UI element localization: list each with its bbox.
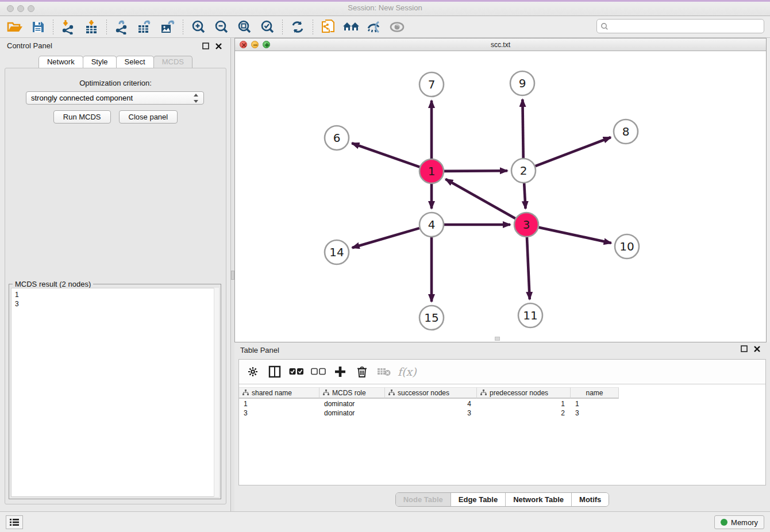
- graph-node-1[interactable]: 1: [419, 159, 444, 183]
- graph-node-label: 8: [622, 125, 630, 138]
- tab-node-table[interactable]: Node Table: [396, 493, 451, 506]
- toolbar-separator: [183, 20, 183, 34]
- function-builder-icon-disabled: f(x): [398, 365, 417, 378]
- optimization-criterion-label: Optimization criterion:: [5, 79, 226, 87]
- graph-node-11[interactable]: 11: [518, 303, 542, 327]
- control-panel-tabs: NetworkStyleSelectMCDS: [0, 56, 230, 68]
- cell-name[interactable]: 1: [571, 400, 619, 409]
- float-panel-icon[interactable]: [202, 42, 210, 49]
- graph-edge-2-8[interactable]: [536, 137, 611, 166]
- graph-edge-3-11[interactable]: [527, 237, 530, 299]
- column-header-label: predecessor nodes: [490, 389, 548, 397]
- close-panel-button[interactable]: Close panel: [119, 110, 178, 124]
- graph-edge-1-2[interactable]: [444, 171, 507, 171]
- graph-edge-3-1[interactable]: [445, 179, 515, 218]
- mcds-result-text[interactable]: 1 3: [11, 288, 219, 497]
- graph-edge-1-6[interactable]: [352, 143, 419, 167]
- zoom-selected-icon[interactable]: [257, 18, 277, 36]
- network-canvas-svg[interactable]: 7968124314101511: [235, 51, 766, 342]
- column-type-icon: [242, 389, 249, 397]
- graph-node-9[interactable]: 9: [510, 71, 534, 95]
- tab-network-table[interactable]: Network Table: [506, 493, 572, 506]
- graph-node-3[interactable]: 3: [514, 213, 538, 237]
- cell-name[interactable]: 3: [571, 409, 619, 418]
- memory-button[interactable]: Memory: [714, 515, 764, 529]
- zoom-in-icon[interactable]: [188, 18, 208, 36]
- graph-node-14[interactable]: 14: [325, 240, 349, 264]
- tab-motifs[interactable]: Motifs: [572, 493, 609, 506]
- table-float-icon[interactable]: [741, 345, 748, 352]
- zoom-fit-icon[interactable]: [234, 18, 254, 36]
- graph-node-2[interactable]: 2: [511, 159, 536, 183]
- search-input[interactable]: [609, 21, 764, 32]
- graph-node-10[interactable]: 10: [615, 234, 639, 259]
- cell-MCDS-role[interactable]: dominator: [319, 409, 385, 418]
- table-close-icon[interactable]: [753, 345, 761, 352]
- network-resize-handle[interactable]: [495, 337, 500, 341]
- select-all-checkboxes-icon[interactable]: [288, 364, 305, 380]
- column-type-icon: [323, 389, 329, 397]
- close-panel-icon[interactable]: [215, 42, 222, 49]
- column-header-predecessor-nodes[interactable]: predecessor nodes: [477, 387, 571, 399]
- delete-columns-icon[interactable]: [354, 364, 370, 380]
- graph-edge-4-14[interactable]: [352, 228, 419, 248]
- tab-network[interactable]: Network: [38, 56, 83, 68]
- graph-node-6[interactable]: 6: [325, 126, 349, 150]
- open-session-icon[interactable]: [5, 18, 25, 36]
- table-options-gear-icon[interactable]: [245, 364, 261, 380]
- criterion-select[interactable]: strongly connected component: [26, 91, 204, 105]
- graph-node-4[interactable]: 4: [419, 213, 444, 237]
- export-image-icon[interactable]: [158, 18, 178, 36]
- tab-mcds[interactable]: MCDS: [153, 56, 192, 68]
- table-row[interactable]: 1dominator411: [239, 400, 765, 409]
- new-network-from-selection-icon[interactable]: [318, 18, 338, 36]
- run-mcds-button[interactable]: Run MCDS: [53, 110, 111, 124]
- result-scrollbar[interactable]: [214, 288, 219, 497]
- tab-select[interactable]: Select: [116, 56, 154, 68]
- column-header-successor-nodes[interactable]: successor nodes: [385, 387, 477, 399]
- cell-shared-name[interactable]: 1: [239, 400, 319, 409]
- first-neighbors-icon[interactable]: [341, 18, 361, 36]
- cell-successor-nodes[interactable]: 3: [385, 409, 477, 418]
- hide-selected-icon[interactable]: [364, 18, 384, 36]
- zoom-out-icon[interactable]: [211, 18, 231, 36]
- cell-MCDS-role[interactable]: dominator: [319, 400, 385, 409]
- show-all-icon: [387, 18, 407, 36]
- graph-edge-2-3[interactable]: [524, 183, 525, 209]
- graph-edge-3-10[interactable]: [538, 228, 611, 243]
- network-window-titlebar[interactable]: scc.txt: [235, 38, 766, 51]
- import-network-icon[interactable]: [59, 18, 78, 36]
- unselect-all-checkboxes-icon[interactable]: [310, 364, 326, 380]
- network-view-window: scc.txt 7968124314101511: [234, 38, 767, 342]
- tab-style[interactable]: Style: [83, 56, 117, 68]
- task-history-button[interactable]: [6, 515, 23, 529]
- show-columns-icon[interactable]: [267, 364, 283, 380]
- cell-shared-name[interactable]: 3: [239, 409, 319, 418]
- graph-node-label: 11: [523, 309, 537, 322]
- graph-node-7[interactable]: 7: [419, 72, 444, 97]
- table-row[interactable]: 3dominator323: [239, 409, 765, 418]
- tab-edge-table[interactable]: Edge Table: [451, 493, 506, 506]
- graph-edge-2-9[interactable]: [522, 99, 523, 158]
- node-table-container: f(x) shared nameMCDS rolesuccessor nodes…: [238, 359, 766, 485]
- cell-predecessor-nodes[interactable]: 2: [477, 409, 571, 418]
- add-column-icon[interactable]: [332, 364, 348, 380]
- export-network-icon[interactable]: [112, 18, 132, 36]
- save-session-icon[interactable]: [28, 18, 48, 36]
- refresh-view-icon[interactable]: [288, 18, 307, 36]
- column-header-shared-name[interactable]: shared name: [239, 387, 319, 399]
- export-table-icon[interactable]: [135, 18, 155, 36]
- toolbar-separator: [282, 20, 283, 34]
- title-bar: Session: New Session: [0, 0, 770, 16]
- import-table-icon[interactable]: [82, 18, 101, 36]
- search-field[interactable]: [596, 19, 764, 33]
- control-panel: Control Panel NetworkStyleSelectMCDS Opt…: [0, 38, 231, 511]
- column-header-name[interactable]: name: [571, 387, 619, 399]
- graph-node-15[interactable]: 15: [419, 306, 444, 330]
- graph-node-label: 10: [619, 240, 634, 253]
- table-toolbar: f(x): [239, 360, 765, 384]
- cell-predecessor-nodes[interactable]: 1: [477, 400, 571, 409]
- column-header-MCDS-role[interactable]: MCDS role: [319, 387, 385, 399]
- cell-successor-nodes[interactable]: 4: [385, 400, 477, 409]
- graph-node-8[interactable]: 8: [614, 119, 638, 144]
